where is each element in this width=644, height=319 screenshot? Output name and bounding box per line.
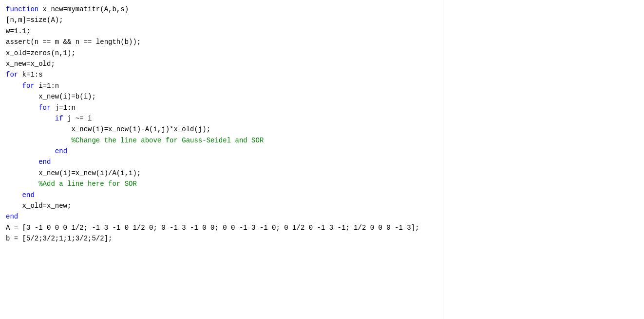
code-line-8: for i=1:n [6,80,437,91]
code-line-10: for j=1:n [6,102,437,113]
code-line-15: end [6,157,437,167]
code-line-16: x_new(i)=x_new(i)/A(i,i); [6,168,437,179]
code-line-19: x_old=x_new; [6,200,437,211]
code-line-18: end [6,190,437,200]
keyword-end-2: end [38,158,51,166]
code-line-2: [n,m]=size(A); [6,15,437,25]
keyword-for-1: for [6,71,18,79]
code-line-5: x_old=zeros(n,1); [6,48,437,59]
code-line-9: x_new(i)=b(i); [6,91,437,102]
keyword-for-3: for [38,104,51,112]
code-line-17: %Add a line here for SOR [6,179,437,189]
keyword-end-4: end [6,213,18,220]
code-line-4: assert(n == m && n == length(b)); [6,37,437,47]
code-line-21: A = [3 -1 0 0 0 1/2; -1 3 -1 0 1/2 0; 0 … [6,222,437,233]
code-line-22: b = [5/2;3/2;1;1;3/2;5/2]; [6,233,437,244]
code-line-13: %Change the line above for Gauss-Seidel … [6,135,437,146]
code-line-3: w=1.1; [6,26,437,37]
comment-2: %Add a line here for SOR [38,180,137,188]
keyword-function: function [6,5,38,13]
keyword-for-2: for [22,82,35,90]
code-line-14: end [6,146,437,157]
keyword-if: if [55,115,63,122]
code-line-11: if j ~= i [6,113,437,124]
code-line-1: function x_new=mymatitr(A,b,s) [6,4,437,15]
comment-1: %Change the line above for Gauss-Seidel … [71,137,264,144]
right-empty-panel [443,0,644,319]
code-line-7: for k=1:s [6,69,437,80]
keyword-end-3: end [22,191,35,199]
code-line-20: end [6,211,437,222]
keyword-end-1: end [55,147,67,155]
code-line-12: x_new(i)=x_new(i)-A(i,j)*x_old(j); [6,124,437,135]
code-editor: function x_new=mymatitr(A,b,s) [n,m]=siz… [0,0,443,319]
code-line-6: x_new=x_old; [6,59,437,69]
